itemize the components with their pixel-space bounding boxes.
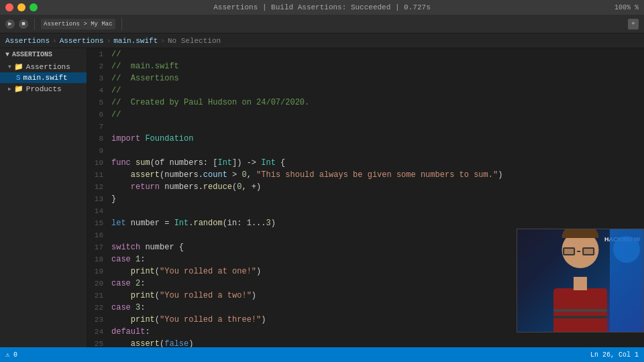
code-line-9: 9	[87, 145, 644, 157]
code-token: ]) ->	[232, 158, 261, 168]
line-number: 19	[87, 265, 111, 278]
code-token: , +)	[241, 182, 261, 192]
editor[interactable]: 1//2// main.swift3// Assertions4//5// Cr…	[87, 48, 644, 347]
line-content: let number = Int.random(in: 1...3)	[111, 217, 644, 229]
code-token: print	[131, 315, 155, 324]
line-content: // main.swift	[111, 60, 644, 72]
code-token: //	[111, 50, 121, 59]
code-token: :	[140, 255, 145, 264]
folder-icon: 📁	[14, 62, 23, 71]
window-title: Assertions | Build Assertions: Succeeded…	[213, 3, 430, 11]
video-overlay: HACKING W	[517, 229, 644, 333]
sidebar-products-triangle: ▶	[8, 86, 11, 92]
code-token	[111, 339, 131, 347]
line-content	[111, 121, 644, 133]
code-line-8: 8import Foundation	[87, 133, 644, 145]
code-token: Foundation	[140, 134, 193, 143]
sidebar-item-products[interactable]: ▶ 📁 Products	[0, 83, 87, 95]
code-token: :	[140, 303, 145, 312]
line-content: assert(numbers.count > 0, "This should a…	[111, 169, 644, 181]
breadcrumb-sep-3: ›	[160, 37, 165, 45]
breadcrumb-main-swift[interactable]: main.swift	[113, 37, 158, 45]
line-content: return numbers.reduce(0, +)	[111, 181, 644, 193]
file-icon: S	[16, 74, 21, 82]
code-token: import	[111, 134, 140, 143]
code-token: )	[261, 315, 266, 324]
code-token: numbers.	[160, 182, 203, 192]
breadcrumb: Assertions › Assertions › main.swift › N…	[0, 34, 644, 48]
code-token: )	[252, 291, 256, 300]
sidebar-section-label: Assertions	[12, 51, 52, 58]
code-token	[111, 170, 131, 180]
code-token: // Created by Paul Hudson on 24/07/2020.	[111, 98, 309, 107]
code-token: >	[227, 170, 242, 180]
run-button[interactable]: ▶	[5, 19, 15, 29]
stop-button[interactable]: ■	[19, 19, 28, 29]
line-number: 12	[87, 181, 111, 193]
line-content: assert(false)	[111, 338, 644, 347]
breadcrumb-assertions-root[interactable]: Assertions	[5, 37, 50, 45]
line-content: //	[111, 84, 644, 97]
bottombar: ⚠ 0 Ln 26, Col 1	[0, 347, 644, 362]
maximize-button[interactable]	[30, 3, 38, 11]
code-token: reduce	[203, 182, 232, 192]
code-line-10: 10func sum(of numbers: [Int]) -> Int {	[87, 157, 644, 169]
code-token: (	[155, 315, 160, 324]
line-number: 13	[87, 193, 111, 205]
breadcrumb-no-selection: No Selection	[168, 37, 221, 45]
line-content: // Created by Paul Hudson on 24/07/2020.	[111, 97, 644, 109]
code-token: )	[189, 339, 193, 347]
code-token: (numbers.	[160, 170, 203, 180]
line-content	[111, 205, 644, 217]
products-folder-icon: 📁	[14, 84, 23, 93]
code-line-14: 14	[87, 205, 644, 217]
code-token	[111, 182, 131, 192]
video-content: HACKING W	[517, 229, 643, 332]
code-token: 0	[241, 170, 246, 180]
code-token: "You rolled at one!"	[160, 267, 256, 276]
code-token: (in:	[223, 219, 247, 228]
code-line-13: 13}	[87, 193, 644, 205]
code-token: default	[111, 327, 145, 337]
code-token	[111, 315, 131, 324]
toolbar-separator-2	[121, 18, 122, 30]
sidebar-assertions-label: Assertions	[26, 63, 70, 71]
code-token	[111, 291, 131, 300]
line-number: 21	[87, 290, 111, 302]
line-number: 3	[87, 72, 111, 84]
code-token: :	[140, 279, 145, 288]
add-tab-button[interactable]: +	[628, 19, 639, 29]
code-token: func	[111, 158, 131, 168]
line-number: 4	[87, 84, 111, 97]
code-token: switch	[111, 243, 140, 252]
main-area: ▼ Assertions ▼ 📁 Assertions S main.swift…	[0, 48, 644, 347]
sidebar-item-main-swift[interactable]: S main.swift	[0, 72, 87, 83]
toolbar: ▶ ■ Assertions > My Mac +	[0, 15, 644, 34]
code-token: let	[111, 219, 126, 228]
line-content: func sum(of numbers: [Int]) -> Int {	[111, 157, 644, 169]
minimize-button[interactable]	[17, 3, 25, 11]
sidebar-products-label: Products	[26, 85, 62, 93]
breadcrumb-assertions-group[interactable]: Assertions	[60, 37, 104, 45]
line-content: }	[111, 193, 644, 205]
scheme-selector[interactable]: Assertions > My Mac	[41, 19, 115, 29]
line-number: 8	[87, 133, 111, 145]
line-number: 2	[87, 60, 111, 72]
code-token: )	[256, 267, 261, 276]
code-token: number {	[140, 243, 184, 252]
code-token: )	[498, 170, 502, 180]
close-button[interactable]	[5, 3, 13, 11]
code-token: random	[193, 219, 222, 228]
warning-count: ⚠ 0	[5, 351, 17, 359]
code-token: (of numbers: [	[150, 158, 218, 168]
sidebar-item-assertions-folder[interactable]: ▼ 📁 Assertions	[0, 61, 87, 72]
line-number: 24	[87, 326, 111, 338]
line-number: 25	[87, 338, 111, 347]
line-content: // Assertions	[111, 72, 644, 84]
code-line-15: 15let number = Int.random(in: 1...3)	[87, 217, 644, 229]
line-number: 7	[87, 121, 111, 133]
code-line-11: 11 assert(numbers.count > 0, "This shoul…	[87, 169, 644, 181]
code-token: // main.swift	[111, 62, 179, 71]
code-token: sum	[136, 158, 150, 168]
file-position: Ln 26, Col 1	[590, 351, 639, 359]
